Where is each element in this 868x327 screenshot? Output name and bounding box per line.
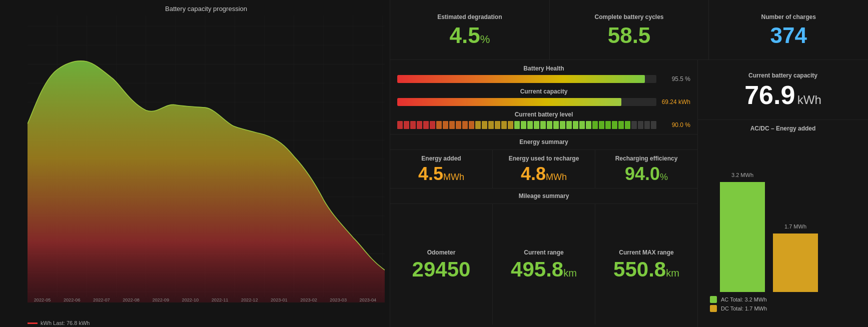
level-segment	[638, 121, 643, 129]
right-column: Current battery capacity 76.9 kWh AC/DC …	[698, 60, 868, 327]
stat-cycles: Complete battery cycles 58.5	[550, 0, 709, 60]
degradation-value: 4.5%	[449, 24, 490, 46]
level-label: Current battery level	[397, 111, 690, 118]
health-label: Battery Health	[397, 65, 690, 72]
chart-area: Battery capacity progression	[0, 0, 390, 327]
svg-text:2022-05: 2022-05	[34, 297, 51, 302]
energy-summary-title: Energy summary	[390, 134, 697, 150]
energy-summary-panel: Energy summary Energy added 4.5MWh Energ…	[390, 134, 697, 188]
ac-legend-text: AC Total: 3.2 MWh	[721, 296, 767, 302]
mileage-summary-panel: Mileage summary Odometer 29450 Current r…	[390, 188, 697, 327]
stat-charges: Number of charges 374	[709, 0, 868, 60]
energy-added-value: 4.5MWh	[418, 165, 464, 183]
level-segment	[618, 121, 624, 129]
middle-section: Battery Health 95.5 % Current capacity	[390, 60, 868, 327]
ac-legend-dot	[710, 296, 717, 303]
level-segment	[644, 121, 650, 129]
odometer-cell: Odometer 29450	[390, 204, 493, 324]
battery-capacity-card: Current battery capacity 76.9 kWh	[698, 60, 868, 120]
level-segment	[521, 121, 526, 129]
level-segment	[397, 121, 403, 129]
level-segment	[449, 121, 455, 129]
energy-efficiency-cell: Recharging efficiency 94.0%	[595, 150, 697, 188]
svg-text:2022-06: 2022-06	[64, 297, 81, 302]
level-segment	[430, 121, 435, 129]
capacity-value: 69.24 kWh	[660, 98, 690, 106]
level-segment	[443, 121, 448, 129]
odometer-value: 29450	[412, 259, 471, 280]
level-segment	[553, 121, 559, 129]
capacity-bar-row: 69.24 kWh	[397, 98, 690, 106]
max-range-label: Current MAX range	[619, 249, 673, 256]
capacity-label: Current capacity	[397, 88, 690, 95]
level-segment	[514, 121, 520, 129]
svg-text:2022-10: 2022-10	[182, 297, 199, 302]
health-bar-track	[397, 75, 656, 83]
svg-text:2023-04: 2023-04	[360, 297, 377, 302]
ac-bar-col: 3.2 MWh	[720, 172, 765, 292]
level-segment	[586, 121, 591, 129]
top-stats-row: Estimated degradation 4.5% Complete batt…	[390, 0, 868, 60]
dc-legend-item: DC Total: 1.7 MWh	[710, 305, 861, 312]
svg-text:2023-03: 2023-03	[330, 297, 347, 302]
dc-top-label: 1.7 MWh	[784, 224, 806, 230]
acdc-legend: AC Total: 3.2 MWh DC Total: 1.7 MWh	[705, 296, 861, 312]
level-segment	[508, 121, 513, 129]
chart-svg: 80.0 kWh 79.8 kWh 79.5 kWh 79.3 kWh 79.0…	[28, 16, 385, 302]
center-panels: Battery Health 95.5 % Current capacity	[390, 60, 698, 327]
svg-text:2022-11: 2022-11	[212, 297, 229, 302]
capacity-bar-track	[397, 98, 656, 106]
level-segment	[599, 121, 604, 129]
chart-canvas: 80.0 kWh 79.8 kWh 79.5 kWh 79.3 kWh 79.0…	[28, 16, 385, 302]
level-segment	[404, 121, 409, 129]
level-segment	[534, 121, 539, 129]
level-segment	[456, 121, 461, 129]
cycles-label: Complete battery cycles	[594, 14, 663, 20]
svg-text:2022-09: 2022-09	[152, 297, 169, 302]
level-segment	[488, 121, 494, 129]
capacity-bar-section: Current capacity 69.24 kWh	[397, 88, 690, 106]
odometer-label: Odometer	[427, 249, 456, 256]
svg-text:2023-02: 2023-02	[300, 297, 317, 302]
ac-top-label: 3.2 MWh	[731, 172, 753, 178]
level-segment	[566, 121, 572, 129]
battery-cap-label: Current battery capacity	[748, 72, 817, 79]
level-segment	[423, 121, 429, 129]
energy-added-cell: Energy added 4.5MWh	[390, 150, 493, 188]
mileage-grid: Odometer 29450 Current range 495.8km Cur…	[390, 204, 697, 324]
capacity-bar-fill	[397, 98, 621, 106]
charges-value: 374	[770, 24, 806, 46]
level-segments	[397, 121, 656, 129]
level-bar-row: 90.0 %	[397, 121, 690, 129]
svg-text:2023-01: 2023-01	[271, 297, 288, 302]
level-segment	[631, 121, 637, 129]
level-segment	[573, 121, 578, 129]
current-range-label: Current range	[524, 249, 563, 256]
level-segment	[560, 121, 565, 129]
level-segment	[592, 121, 598, 129]
svg-text:2022-12: 2022-12	[241, 297, 258, 302]
energy-efficiency-value: 94.0%	[625, 165, 668, 183]
energy-grid: Energy added 4.5MWh Energy used to recha…	[390, 150, 697, 188]
energy-used-cell: Energy used to recharge 4.8MWh	[493, 150, 595, 188]
level-segment	[612, 121, 617, 129]
battery-cap-value: 76.9 kWh	[744, 82, 821, 108]
health-bar-fill	[397, 75, 645, 83]
charges-label: Number of charges	[761, 14, 816, 20]
max-range-cell: Current MAX range 550.8km	[595, 204, 697, 324]
level-segment	[625, 121, 630, 129]
level-segment	[495, 121, 500, 129]
right-area: Estimated degradation 4.5% Complete batt…	[390, 0, 868, 327]
health-bar-section: Battery Health 95.5 %	[397, 65, 690, 83]
current-range-cell: Current range 495.8km	[493, 204, 595, 324]
level-segment	[417, 121, 422, 129]
health-value: 95.5 %	[660, 76, 690, 82]
level-segment	[540, 121, 546, 129]
level-segment	[436, 121, 442, 129]
cycles-value: 58.5	[608, 24, 651, 46]
degradation-label: Estimated degradation	[437, 14, 502, 20]
svg-text:2022-08: 2022-08	[123, 297, 140, 302]
chart-legend: kWh Last: 76.8 kWh	[28, 320, 90, 326]
level-segment	[579, 121, 585, 129]
current-range-value: 495.8km	[511, 259, 577, 280]
